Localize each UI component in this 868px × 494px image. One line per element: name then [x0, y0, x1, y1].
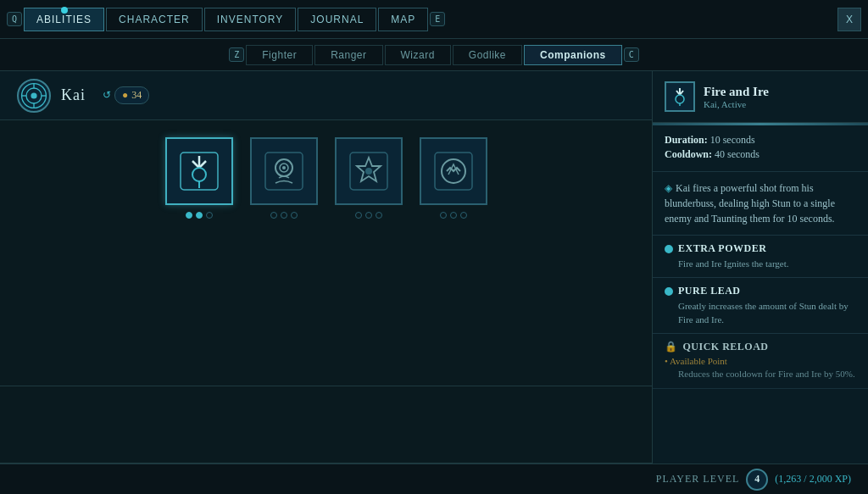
detail-ability-icon [665, 81, 695, 112]
key-c: C [624, 47, 639, 62]
level-badge: 4 [746, 469, 768, 491]
tab-journal[interactable]: JOURNAL [298, 8, 376, 31]
ability-icon-2[interactable] [250, 137, 318, 205]
svg-point-24 [676, 95, 684, 103]
ability-slot-2[interactable] [250, 137, 318, 219]
upgrade-extra-powder[interactable]: EXTRA POWDER Fire and Ire Ignites the ta… [653, 236, 868, 278]
tab-map[interactable]: MAP [378, 8, 428, 31]
refresh-icon[interactable]: ↺ [103, 89, 111, 102]
ability-dots-3 [355, 212, 382, 219]
detail-stats: Duration: 10 seconds Cooldown: 40 second… [653, 125, 868, 172]
upgrade-title-3: 🔒 QUICK RELOAD [665, 341, 856, 353]
ability-dots-2 [270, 212, 298, 219]
ability-icon-1[interactable] [165, 137, 233, 205]
ability-slot-3[interactable] [335, 137, 403, 219]
dot [206, 212, 213, 219]
right-panel: Fire and Ire Kai, Active Duration: 10 se… [653, 71, 868, 463]
upgrade-radio-2 [665, 287, 673, 296]
upgrade-pure-lead[interactable]: PURE LEAD Greatly increases the amount o… [653, 278, 868, 334]
svg-point-18 [365, 168, 372, 175]
upgrade-label-3: QUICK RELOAD [683, 341, 769, 353]
left-bottom [0, 309, 652, 464]
left-panel: Kai ↺ ● 34 [0, 71, 653, 463]
upgrade-desc-3: Reduces the cooldown for Fire and Ire by… [665, 368, 856, 380]
stat-cooldown: Cooldown: 40 seconds [665, 148, 856, 161]
stat-duration-label: Duration: [665, 134, 708, 146]
key-q: Q [7, 12, 22, 26]
companion-icon [17, 79, 51, 113]
desc-bullet: ◈ [665, 182, 672, 194]
ability-dots-1 [186, 212, 213, 219]
companion-name: Kai [61, 86, 86, 104]
desc-text: Kai fires a powerful shot from his blund… [665, 182, 835, 225]
detail-description: ◈Kai fires a powerful shot from his blun… [653, 172, 868, 236]
key-z: Z [229, 47, 244, 62]
abilities-area [0, 120, 652, 309]
lock-icon: 🔒 [665, 341, 678, 353]
dot [355, 212, 362, 219]
detail-title: Fire and Ire Kai, Active [704, 85, 769, 109]
dot [291, 212, 298, 219]
empty-section-1 [0, 309, 652, 386]
dot [196, 212, 203, 219]
sub-tab-companions[interactable]: Companions [524, 45, 622, 65]
dot [450, 212, 457, 219]
stat-cooldown-label: Cooldown: [665, 148, 712, 160]
sub-tab-godlike[interactable]: Godlike [453, 45, 522, 65]
tab-inventory[interactable]: INVENTORY [204, 8, 297, 31]
ability-detail-header: Fire and Ire Kai, Active [653, 71, 868, 123]
dot [270, 212, 277, 219]
sub-tab-ranger[interactable]: Ranger [314, 45, 382, 65]
detail-ability-sub: Kai, Active [704, 99, 769, 109]
detail-ability-name: Fire and Ire [704, 85, 769, 99]
player-level-label: PLAYER LEVEL [656, 473, 740, 486]
ability-icon-4[interactable] [420, 137, 487, 205]
upgrade-title-1: EXTRA POWDER [665, 242, 856, 255]
companion-header: Kai ↺ ● 34 [0, 71, 652, 120]
tab-abilities[interactable]: ABILITIES [24, 8, 104, 31]
upgrade-desc-1: Fire and Ire Ignites the target. [665, 258, 856, 270]
sub-tab-wizard[interactable]: Wizard [385, 45, 451, 65]
stat-duration: Duration: 10 seconds [665, 134, 856, 147]
upgrade-radio-1 [665, 245, 673, 253]
ability-slot-4[interactable] [420, 137, 487, 219]
dot [365, 212, 372, 219]
gold-counter: ● 34 [114, 86, 149, 104]
dot [376, 212, 382, 219]
upgrade-label-2: PURE LEAD [678, 285, 741, 297]
sub-tab-fighter[interactable]: Fighter [246, 45, 313, 65]
tab-character[interactable]: CHARACTER [106, 8, 203, 31]
available-point: • Available Point [665, 356, 856, 366]
ability-icon-3[interactable] [335, 137, 403, 205]
top-nav-bar: Q ABILITIES CHARACTER INVENTORY JOURNAL … [0, 0, 868, 39]
svg-point-16 [282, 166, 286, 169]
empty-section-2 [0, 386, 652, 463]
svg-rect-13 [265, 153, 303, 190]
stat-duration-value: 10 seconds [710, 134, 755, 146]
gold-amount: 34 [131, 89, 142, 102]
sub-nav-bar: Z Fighter Ranger Wizard Godlike Companio… [0, 39, 868, 71]
dot [460, 212, 467, 219]
dot [281, 212, 287, 219]
ability-dots-4 [440, 212, 467, 219]
main-content: Kai ↺ ● 34 [0, 71, 868, 463]
ability-slot-1[interactable] [165, 137, 233, 219]
svg-point-2 [31, 92, 36, 98]
stat-cooldown-value: 40 seconds [715, 148, 760, 160]
xp-text: (1,263 / 2,000 XP) [775, 473, 851, 486]
key-e: E [430, 12, 445, 26]
status-bar: PLAYER LEVEL 4 (1,263 / 2,000 XP) [0, 463, 868, 494]
upgrade-quick-reload[interactable]: 🔒 QUICK RELOAD • Available Point Reduces… [653, 334, 868, 388]
upgrade-title-2: PURE LEAD [665, 285, 856, 297]
dot [440, 212, 447, 219]
gold-icon: ● [122, 89, 128, 102]
close-button[interactable]: X [837, 8, 861, 31]
upgrade-desc-2: Greatly increases the amount of Stun dea… [665, 300, 856, 326]
upgrade-label-1: EXTRA POWDER [678, 242, 766, 255]
dot [186, 212, 192, 219]
nav-tabs-left: Q ABILITIES CHARACTER INVENTORY JOURNAL … [7, 8, 445, 31]
